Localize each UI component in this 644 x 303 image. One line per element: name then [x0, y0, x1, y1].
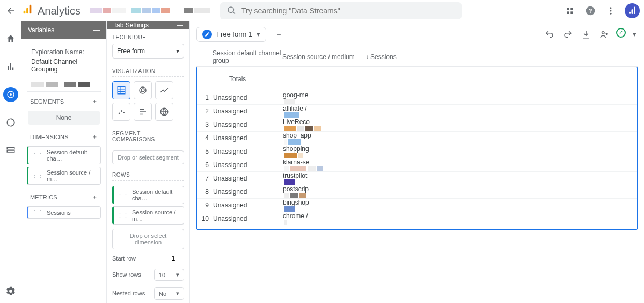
nested-rows-select[interactable]: No▾ — [154, 287, 184, 300]
svg-rect-25 — [118, 86, 125, 94]
show-rows-select[interactable]: 10▾ — [154, 269, 184, 281]
dimension-chip[interactable]: ⋮⋮Session source / m… — [27, 167, 101, 185]
cell-channel-group: Unassigned — [213, 161, 283, 169]
visualization-label: VISUALIZATION — [112, 63, 184, 77]
svg-rect-19 — [12, 68, 13, 70]
variables-panel-header: Variables — — [21, 21, 106, 39]
avatar[interactable] — [625, 3, 640, 18]
exploration-name-value[interactable]: Default Channel Grouping — [27, 58, 101, 80]
table-row[interactable]: 4Unassignedshop_app — [197, 131, 637, 145]
cell-channel-group: Unassigned — [213, 175, 283, 182]
drag-grip-icon: ⋮⋮ — [117, 192, 129, 199]
metrics-section-label: METRICS — [30, 194, 57, 200]
redacted-text — [284, 166, 363, 171]
brand: Analytics — [21, 4, 80, 18]
table-row[interactable]: 7Unassignedtrustpilot — [197, 171, 637, 185]
cell-channel-group: Unassigned — [213, 121, 283, 128]
svg-point-3 — [228, 7, 234, 13]
chevron-down-icon: ▾ — [176, 290, 179, 297]
start-row-label: Start row — [112, 255, 136, 262]
svg-rect-23 — [7, 148, 14, 149]
table-selection: Totals 1Unassignedgoog-me2Unassignedaffi… — [196, 67, 638, 230]
search-box[interactable] — [220, 2, 462, 19]
svg-rect-18 — [10, 63, 11, 70]
collapse-icon[interactable]: — — [177, 21, 183, 29]
chevron-down-icon[interactable]: ▾ — [257, 30, 260, 38]
table-row[interactable]: 10Unassignedchrome / — [197, 212, 637, 225]
metric-chip[interactable]: ⋮⋮Sessions — [27, 206, 101, 219]
redacted-text — [284, 206, 363, 212]
dimension-chip[interactable]: ⋮⋮Session default cha… — [27, 146, 101, 164]
redacted-property — [184, 8, 210, 13]
rail-explore-icon[interactable] — [3, 87, 18, 102]
redacted-text — [284, 112, 363, 118]
table-row[interactable]: 3UnassignedLiveReco — [197, 118, 637, 131]
back-arrow[interactable] — [4, 4, 17, 17]
viz-table-icon[interactable] — [112, 81, 130, 99]
redacted-date-range[interactable] — [27, 80, 101, 91]
rail-settings-icon[interactable] — [3, 284, 18, 299]
table-row[interactable]: 8Unassignedpostscrip — [197, 185, 637, 198]
viz-geo-icon[interactable] — [155, 103, 173, 121]
undo-icon[interactable] — [543, 28, 556, 41]
svg-point-30 — [141, 89, 144, 92]
add-segment-button[interactable]: ＋ — [92, 97, 98, 105]
share-icon[interactable] — [598, 28, 611, 41]
column-header-metric[interactable]: ↓Sessions — [366, 53, 638, 61]
viz-scatter-icon[interactable] — [112, 103, 130, 121]
table-row[interactable]: 6Unassignedklarna-se — [197, 158, 637, 171]
exploration-tab[interactable]: Free form 1 ▾ — [196, 27, 266, 42]
segments-section-label: SEGMENTS — [30, 98, 64, 105]
add-tab-button[interactable]: ＋ — [270, 26, 287, 42]
tab-settings-title: Tab Settings — [113, 21, 149, 29]
variables-panel-title: Variables — [28, 26, 54, 34]
segment-drop-area[interactable]: Drop or select segment — [112, 150, 184, 164]
svg-rect-0 — [24, 10, 26, 13]
dimension-drop-area[interactable]: Drop or select dimension — [112, 229, 184, 249]
table-row[interactable]: 2Unassignedaffiliate / — [197, 104, 637, 118]
add-dimension-button[interactable]: ＋ — [92, 133, 98, 141]
row-chip[interactable]: ⋮⋮Session default cha… — [112, 186, 184, 204]
status-dropdown-icon[interactable]: ▾ — [631, 28, 638, 41]
column-header-a[interactable]: Session default channel group — [213, 49, 282, 64]
svg-text:?: ? — [588, 7, 592, 14]
rail-home-icon[interactable] — [3, 31, 18, 46]
viz-donut-icon[interactable] — [134, 81, 152, 99]
collapse-icon[interactable]: — — [93, 26, 100, 34]
cell-channel-group: Unassigned — [213, 215, 283, 222]
tab-name: Free form 1 — [216, 30, 252, 38]
search-input[interactable] — [241, 6, 455, 15]
cell-channel-group: Unassigned — [213, 201, 283, 209]
start-row-input[interactable] — [163, 255, 184, 262]
table-row[interactable]: 5Unassignedshopping — [197, 145, 637, 158]
chevron-down-icon: ▾ — [176, 271, 179, 278]
row-chip[interactable]: ⋮⋮Session source / m… — [112, 206, 184, 225]
dimensions-section-label: DIMENSIONS — [30, 134, 69, 140]
viz-line-icon[interactable] — [155, 81, 173, 99]
table-row[interactable]: 1Unassignedgoog-me — [197, 91, 637, 104]
redacted-text — [284, 99, 363, 104]
svg-point-32 — [121, 110, 122, 112]
column-header-b[interactable]: Session source / medium — [282, 53, 363, 61]
download-icon[interactable] — [580, 28, 592, 41]
viz-bar-icon[interactable] — [134, 103, 152, 121]
chevron-down-icon: ▾ — [176, 47, 179, 55]
help-icon[interactable]: ? — [584, 4, 597, 17]
rail-advertising-icon[interactable] — [3, 115, 18, 130]
technique-select[interactable]: Free form ▾ — [112, 44, 184, 59]
more-vert-icon[interactable] — [604, 4, 617, 17]
rail-reports-icon[interactable] — [3, 59, 18, 74]
rail-configure-icon[interactable] — [3, 143, 18, 158]
status-check-icon[interactable]: ✓ — [616, 28, 626, 38]
cell-source-medium: LiveReco — [283, 118, 363, 131]
drag-grip-icon: ⋮⋮ — [32, 172, 43, 179]
add-metric-button[interactable]: ＋ — [92, 193, 98, 201]
apps-icon[interactable] — [564, 4, 576, 17]
svg-rect-6 — [570, 8, 573, 10]
redo-icon[interactable] — [561, 28, 574, 41]
cell-source-medium: shop_app — [283, 132, 363, 145]
drag-grip-icon: ⋮⋮ — [117, 212, 129, 219]
table-row[interactable]: 9Unassignedbingshop — [197, 198, 637, 212]
table-header-row: Session default channel group Session so… — [196, 47, 638, 67]
totals-row: Totals — [197, 67, 637, 91]
